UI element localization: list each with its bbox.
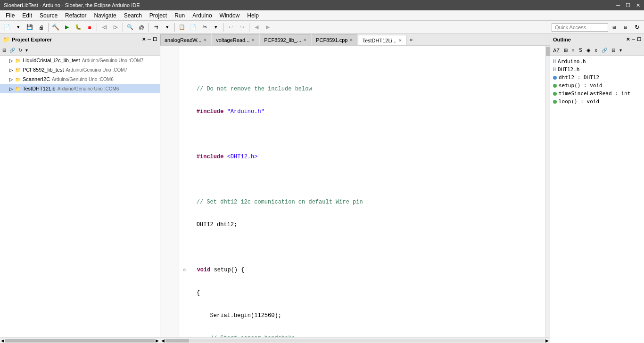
outline-item-dht12-var[interactable]: dht12 : DHT12 bbox=[552, 74, 642, 82]
menu-navigate[interactable]: Navigate bbox=[90, 11, 120, 20]
toolbar-at[interactable]: @ bbox=[136, 22, 147, 33]
toolbar-dropdown3[interactable]: ▾ bbox=[211, 22, 221, 33]
outline-sort-alpha[interactable]: AZ bbox=[551, 47, 561, 54]
pe-item-scanner[interactable]: ▷ 📁 ScannerI2C Arduino/Genuino Uno :COM6 bbox=[0, 74, 160, 84]
outline-link-editor[interactable]: 🔗 bbox=[600, 47, 609, 53]
code-editor[interactable]: // Do not remove the include below #incl… bbox=[160, 46, 550, 337]
pe-collapse-all[interactable]: ⊟ bbox=[1, 47, 8, 53]
outline-sort-type[interactable]: ⊞ bbox=[562, 47, 570, 53]
tab-analogread[interactable]: analogReadW... ✕ bbox=[160, 34, 211, 45]
outline-dht12-var-icon bbox=[553, 76, 557, 80]
pe-min-icon[interactable]: ─ bbox=[148, 37, 151, 42]
menu-refactor[interactable]: Refactor bbox=[61, 11, 90, 20]
close-button[interactable]: ✕ bbox=[636, 2, 640, 8]
outline-hide-fields[interactable]: ≡ bbox=[570, 47, 577, 53]
toolbar-build[interactable]: 🔨 bbox=[50, 22, 61, 33]
outline-arduino-h-label: Arduino.h bbox=[558, 58, 586, 65]
toolbar-save[interactable]: 💾 bbox=[25, 22, 35, 33]
toolbar-prev-edit[interactable]: ◁ bbox=[99, 22, 109, 33]
outline-item-arduino-h[interactable]: H Arduino.h bbox=[552, 57, 642, 65]
code-line-blank2 bbox=[183, 131, 541, 138]
toolbar-search[interactable]: 🔍 bbox=[125, 22, 135, 33]
toolbar-dropdown2[interactable]: ▾ bbox=[162, 22, 173, 33]
outline-close-icon[interactable]: ✕ bbox=[626, 37, 630, 42]
maximize-button[interactable]: ☐ bbox=[626, 2, 630, 8]
toolbar-fwd[interactable]: ▶ bbox=[263, 22, 273, 33]
tab-testdht12[interactable]: TestDHT12Li... ✕ bbox=[358, 35, 406, 46]
sep3 bbox=[123, 23, 123, 32]
toolbar-back[interactable]: ◀ bbox=[251, 22, 262, 33]
outline-item-dht12-h[interactable]: H DHT12.h bbox=[552, 65, 642, 74]
toolbar-persp1[interactable]: ⊞ bbox=[609, 22, 619, 33]
editor-scroll-left[interactable]: ◀ bbox=[160, 338, 165, 343]
toolbar-refresh[interactable]: ↻ bbox=[632, 22, 642, 33]
toolbar-run[interactable]: ▶ bbox=[62, 22, 72, 33]
toolbar-arrow[interactable]: ⇉ bbox=[151, 22, 161, 33]
tab-voltageread[interactable]: voltageRead... ✕ bbox=[212, 34, 259, 45]
code-content-area[interactable]: // Do not remove the include below #incl… bbox=[179, 46, 545, 337]
pe-collapse-testdht: ▷ bbox=[9, 86, 13, 91]
menu-project[interactable]: Project bbox=[146, 11, 171, 20]
toolbar-dropdown[interactable]: ▾ bbox=[13, 22, 24, 33]
tab-pcf8592lib[interactable]: PCF8592_lib_... ✕ bbox=[260, 34, 311, 45]
menu-run[interactable]: Run bbox=[171, 11, 189, 20]
code-line-1: // Do not remove the include below bbox=[183, 85, 541, 93]
toolbar-redo[interactable]: ↪ bbox=[237, 22, 247, 33]
outline-hide-localvars[interactable]: x bbox=[593, 47, 599, 53]
project-explorer-content: ▷ 📁 LiquidCristal_i2c_lib_test Arduino/G… bbox=[0, 56, 160, 337]
menu-arduino[interactable]: Arduino bbox=[189, 11, 215, 20]
pe-item-liquid[interactable]: ▷ 📁 LiquidCristal_i2c_lib_test Arduino/G… bbox=[0, 56, 160, 65]
tab-pcf8592lib-close[interactable]: ✕ bbox=[303, 38, 307, 42]
sep6 bbox=[223, 23, 223, 32]
toolbar-debug[interactable]: 🐛 bbox=[73, 22, 83, 33]
minimize-button[interactable]: ─ bbox=[616, 2, 620, 8]
toolbar-new[interactable]: 📄 bbox=[2, 22, 12, 33]
tab-overflow[interactable]: » bbox=[407, 36, 415, 43]
menu-edit[interactable]: Edit bbox=[18, 11, 36, 20]
quick-access-input[interactable] bbox=[552, 23, 608, 32]
outline-min-icon[interactable]: ─ bbox=[632, 37, 635, 42]
outline-item-setup[interactable]: setup() : void bbox=[552, 82, 642, 90]
tab-pcf8591-close[interactable]: ✕ bbox=[349, 38, 353, 42]
toolbar-print[interactable]: 🖨 bbox=[36, 22, 46, 33]
pe-item-pcf8592[interactable]: ▷ 📁 PCF8592_lib_test Arduino/Genuino Uno… bbox=[0, 65, 160, 74]
menu-window[interactable]: Window bbox=[216, 11, 244, 20]
menu-search[interactable]: Search bbox=[120, 11, 146, 20]
tab-testdht12-close[interactable]: ✕ bbox=[398, 38, 402, 43]
outline-hide-static[interactable]: S bbox=[577, 47, 584, 53]
menu-file[interactable]: File bbox=[2, 11, 18, 20]
toolbar-undo[interactable]: ↩ bbox=[225, 22, 236, 33]
menu-bar: File Edit Source Refactor Navigate Searc… bbox=[0, 10, 644, 21]
pe-close-icon[interactable]: ✕ bbox=[142, 37, 146, 42]
pe-folder-scanner-icon: 📁 bbox=[15, 77, 21, 82]
outline-menu[interactable]: ▾ bbox=[618, 47, 624, 53]
toolbar-stop[interactable]: ■ bbox=[84, 22, 95, 33]
pe-scroll-left[interactable]: ◀ bbox=[0, 338, 5, 343]
pe-scrollbar-h: ◀ ▶ bbox=[0, 337, 160, 343]
outline-loop-icon bbox=[553, 100, 557, 104]
pe-link-editor[interactable]: 🔗 bbox=[8, 47, 17, 53]
toolbar-copy[interactable]: 📋 bbox=[177, 22, 187, 33]
menu-source[interactable]: Source bbox=[36, 11, 61, 20]
tab-pcf8591[interactable]: PCF8591.cpp ✕ bbox=[312, 34, 357, 45]
pe-max-icon[interactable]: ☐ bbox=[153, 37, 157, 42]
pe-refresh[interactable]: ↻ bbox=[17, 47, 24, 53]
editor-scroll-right[interactable]: ▶ bbox=[545, 338, 550, 343]
outline-max-icon[interactable]: ☐ bbox=[637, 37, 641, 42]
toolbar-cut[interactable]: ✂ bbox=[199, 22, 210, 33]
main-area: 📁 Project Explorer ✕ ─ ☐ ⊟ 🔗 ↻ ▾ ▷ 📁 Liq… bbox=[0, 34, 644, 343]
toolbar-paste[interactable]: 📄 bbox=[188, 22, 198, 33]
toolbar-next-edit[interactable]: ▷ bbox=[110, 22, 121, 33]
outline-item-timelastread[interactable]: timeSinceLastRead : int bbox=[552, 90, 642, 98]
tab-analogread-close[interactable]: ✕ bbox=[203, 38, 207, 42]
pe-item-testdht[interactable]: ▷ 📁 TestDHT12Lib Arduino/Genuino Uno :CO… bbox=[0, 84, 160, 93]
tab-voltageread-close[interactable]: ✕ bbox=[251, 38, 255, 42]
menu-help[interactable]: Help bbox=[243, 11, 263, 20]
toolbar-persp2[interactable]: ⊟ bbox=[620, 22, 631, 33]
code-scrollbar-v bbox=[545, 46, 550, 337]
outline-hide-nonpublic[interactable]: ◉ bbox=[585, 47, 593, 53]
outline-collapse[interactable]: ⊟ bbox=[610, 47, 617, 53]
outline-item-loop[interactable]: loop() : void bbox=[552, 98, 642, 106]
pe-scroll-right[interactable]: ▶ bbox=[155, 338, 160, 343]
pe-menu[interactable]: ▾ bbox=[24, 47, 29, 53]
